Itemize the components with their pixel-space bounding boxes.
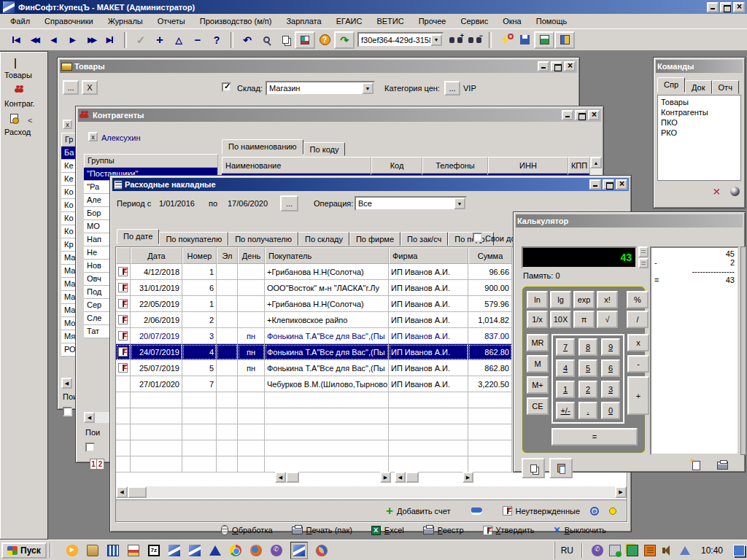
help-icon[interactable] bbox=[207, 31, 226, 49]
redo-icon[interactable] bbox=[334, 31, 355, 49]
minimize-button[interactable] bbox=[589, 179, 601, 190]
price-category-more-button[interactable]: ... bbox=[444, 81, 460, 96]
cabinet-icon[interactable] bbox=[107, 544, 120, 557]
yellow-dot-icon[interactable] bbox=[609, 508, 616, 515]
show-desktop-icon[interactable] bbox=[732, 544, 746, 557]
copy-icon[interactable] bbox=[276, 31, 295, 49]
calc-key-8[interactable]: 8 bbox=[578, 338, 597, 356]
partners-scroll-left-icon[interactable] bbox=[84, 412, 95, 423]
tile-horizontal-icon[interactable] bbox=[534, 31, 554, 49]
calc-key-5[interactable]: 5 bbox=[578, 359, 597, 377]
calculator-display-spinner[interactable] bbox=[638, 246, 649, 268]
calc-key-√[interactable]: √ bbox=[597, 311, 618, 328]
calc-key-+/-[interactable]: +/- bbox=[556, 402, 575, 419]
calc-key-4[interactable]: 4 bbox=[556, 359, 575, 377]
calc-key-+[interactable]: + bbox=[627, 376, 649, 415]
goods-more-button[interactable]: ... bbox=[63, 80, 79, 95]
partners-pager[interactable]: 12 bbox=[90, 459, 104, 470]
calc-key-percent[interactable]: % bbox=[627, 291, 649, 308]
invoices-tab-6[interactable]: По зак/сч bbox=[400, 232, 448, 246]
footer-button-4[interactable]: Реестр bbox=[423, 525, 464, 535]
calc-key-6[interactable]: 6 bbox=[601, 359, 620, 377]
pane-scroll-thumb[interactable] bbox=[286, 472, 299, 483]
calc-key-π[interactable]: π bbox=[573, 311, 595, 328]
calc-key-10X[interactable]: 10X bbox=[550, 311, 571, 328]
calc-key-3[interactable]: 3 bbox=[601, 381, 620, 398]
calc-key-CE[interactable]: CE bbox=[527, 397, 549, 415]
folder-icon[interactable] bbox=[86, 544, 99, 557]
paint-icon[interactable] bbox=[315, 544, 328, 557]
minimize-button[interactable] bbox=[562, 110, 573, 120]
calc-key-0[interactable]: 0 bbox=[601, 402, 620, 419]
sidebar-item-expense[interactable]: < Расход bbox=[4, 114, 43, 136]
menu-item-3[interactable]: Журналы bbox=[101, 15, 150, 28]
invoices-hscroll-thumb[interactable] bbox=[128, 486, 147, 498]
warehouse-combo-dropdown[interactable] bbox=[362, 82, 374, 94]
search-combo[interactable]: f30ef364-429d-3158- bbox=[357, 32, 444, 47]
minimize-button[interactable] bbox=[538, 61, 549, 71]
partners-filter-value[interactable]: Алексухин bbox=[101, 133, 141, 142]
e-circle-icon[interactable] bbox=[590, 507, 599, 516]
footer-button-3[interactable]: Excel bbox=[371, 525, 404, 535]
menu-item-11[interactable]: Окна bbox=[495, 15, 529, 28]
find-next-icon[interactable]: + bbox=[446, 31, 465, 49]
footer-button-5[interactable]: Утвердить bbox=[483, 525, 535, 535]
search-combo-dropdown[interactable] bbox=[430, 34, 442, 46]
menu-item-2[interactable]: Справочники bbox=[37, 15, 101, 28]
new-tape-icon[interactable] bbox=[692, 461, 700, 470]
book-icon[interactable] bbox=[471, 508, 482, 515]
goods-clear-button[interactable]: X bbox=[82, 80, 98, 95]
calc-key-exp[interactable]: exp bbox=[573, 291, 595, 308]
period-to-value[interactable]: 17/06/2020 bbox=[228, 199, 268, 208]
commands-tab-1[interactable]: Спр bbox=[657, 77, 685, 93]
calc-key-1/x[interactable]: 1/x bbox=[527, 311, 548, 328]
viber-icon[interactable] bbox=[270, 544, 283, 557]
calc-key-x[interactable]: x bbox=[627, 334, 649, 351]
finsoft-icon[interactable] bbox=[188, 544, 201, 557]
invoices-tab-5[interactable]: По фирме bbox=[349, 232, 400, 246]
operation-combo-value[interactable]: Все bbox=[356, 199, 454, 208]
partners-scroll-up-icon[interactable] bbox=[590, 157, 602, 168]
maximize-button[interactable] bbox=[603, 179, 614, 190]
menu-item-8[interactable]: ВЕТИС bbox=[369, 15, 411, 28]
chrome-icon[interactable] bbox=[229, 544, 242, 557]
close-button[interactable] bbox=[588, 110, 600, 120]
commands-close-icon[interactable] bbox=[713, 184, 721, 200]
partners-filter-close-button[interactable]: х bbox=[88, 132, 98, 141]
calc-key-1[interactable]: 1 bbox=[556, 381, 575, 398]
footer-button-6[interactable]: Выключить bbox=[554, 525, 606, 535]
menu-item-9[interactable]: Прочее bbox=[411, 15, 454, 28]
search-combo-value[interactable]: f30ef364-429d-3158- bbox=[359, 36, 430, 44]
media-player-icon[interactable] bbox=[66, 544, 79, 557]
usb-icon[interactable] bbox=[608, 544, 622, 557]
menu-item-7[interactable]: ЕГАИС bbox=[329, 15, 370, 28]
calc-key-ln[interactable]: ln bbox=[527, 291, 548, 308]
calc-key-MR[interactable]: MR bbox=[527, 334, 549, 351]
pane-scroll-right-icon[interactable] bbox=[462, 472, 473, 483]
period-from-value[interactable]: 1/01/2016 bbox=[159, 199, 195, 208]
minimize-button[interactable] bbox=[707, 2, 719, 12]
calculator-paste-button[interactable] bbox=[549, 458, 573, 478]
commands-tab-2[interactable]: Док bbox=[685, 80, 712, 94]
window-list-icon[interactable] bbox=[295, 31, 315, 49]
commands-tab-3[interactable]: Отч bbox=[712, 80, 739, 94]
add-invoice-button[interactable]: Добавить счет bbox=[386, 504, 451, 518]
partners-tab-1[interactable]: По наименованию bbox=[222, 139, 303, 155]
warehouse-checkbox[interactable] bbox=[222, 82, 231, 92]
commands-list-item[interactable]: РКО bbox=[661, 128, 738, 138]
help-badge-icon[interactable] bbox=[315, 31, 334, 49]
goods-bottom-checkbox[interactable] bbox=[63, 407, 72, 416]
find-prev-icon[interactable]: − bbox=[465, 31, 484, 49]
calc-key-9[interactable]: 9 bbox=[601, 338, 620, 356]
nav-next-button[interactable]: ▶ bbox=[63, 31, 82, 49]
nav-prev-button[interactable]: ◀ bbox=[44, 31, 63, 49]
tile-cascade-icon[interactable] bbox=[554, 31, 575, 49]
pane-scroll-right-icon[interactable] bbox=[380, 472, 391, 483]
invoices-tab-1[interactable]: По дате bbox=[117, 229, 159, 244]
warehouse-combo-value[interactable]: Магазин bbox=[267, 84, 362, 93]
unapproved-button[interactable]: Неутвержденные bbox=[503, 506, 581, 516]
triangle-icon[interactable] bbox=[678, 544, 692, 557]
calc-key-.[interactable]: . bbox=[578, 402, 597, 419]
pyramid-icon[interactable] bbox=[209, 544, 222, 557]
start-button[interactable]: Пуск bbox=[1, 542, 47, 559]
